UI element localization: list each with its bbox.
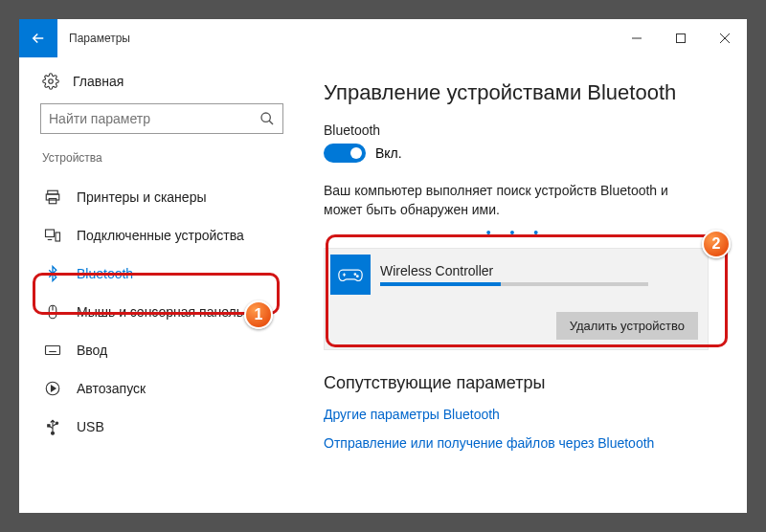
home-label: Главная bbox=[73, 74, 124, 89]
page-title: Управление устройствами Bluetooth bbox=[324, 80, 709, 105]
svg-marker-22 bbox=[52, 386, 56, 391]
pairing-progress bbox=[380, 282, 648, 286]
gamepad-icon bbox=[330, 255, 371, 295]
mouse-icon bbox=[44, 303, 61, 321]
toggle-knob bbox=[350, 147, 362, 159]
svg-rect-9 bbox=[49, 199, 56, 204]
autoplay-icon bbox=[44, 380, 61, 397]
send-receive-files-link[interactable]: Отправление или получение файлов через B… bbox=[324, 435, 709, 451]
svg-point-24 bbox=[52, 432, 55, 434]
sidebar-item-autoplay[interactable]: Автозапуск bbox=[40, 369, 291, 408]
connected-devices-icon bbox=[44, 227, 61, 244]
search-input[interactable] bbox=[49, 111, 259, 126]
sidebar-item-printers[interactable]: Принтеры и сканеры bbox=[40, 178, 291, 216]
sidebar-item-label: USB bbox=[77, 419, 104, 434]
printer-icon bbox=[44, 188, 61, 206]
sidebar-item-label: Принтеры и сканеры bbox=[77, 189, 206, 205]
svg-rect-11 bbox=[56, 233, 60, 241]
search-icon bbox=[259, 111, 275, 126]
section-label: Устройства bbox=[40, 151, 291, 165]
keyboard-icon bbox=[44, 342, 61, 359]
bluetooth-toggle-state: Вкл. bbox=[375, 145, 402, 161]
sidebar-item-bluetooth[interactable]: Bluetooth bbox=[40, 255, 291, 293]
discovery-status-text: Ваш компьютер выполняет поиск устройств … bbox=[324, 182, 709, 219]
app-title: Параметры bbox=[69, 32, 615, 45]
svg-rect-25 bbox=[48, 425, 50, 427]
sidebar-item-label: Автозапуск bbox=[77, 381, 146, 396]
minimize-button[interactable] bbox=[615, 19, 659, 57]
svg-rect-10 bbox=[46, 230, 55, 237]
svg-rect-15 bbox=[46, 346, 60, 355]
gear-icon bbox=[42, 73, 59, 90]
sidebar-item-mouse[interactable]: Мышь и сенсорная панель bbox=[40, 293, 291, 331]
sidebar-item-connected[interactable]: Подключенные устройства bbox=[40, 216, 291, 255]
svg-line-6 bbox=[269, 121, 273, 124]
sidebar-item-usb[interactable]: USB bbox=[40, 408, 291, 446]
device-info: Wireless Controller bbox=[380, 263, 700, 286]
sidebar: Главная Устройства Принтеры и сканеры По… bbox=[19, 57, 297, 513]
bluetooth-toggle-row: Вкл. bbox=[324, 144, 709, 163]
back-button[interactable] bbox=[19, 19, 57, 57]
device-header: Wireless Controller bbox=[325, 249, 708, 299]
content-area: Главная Устройства Принтеры и сканеры По… bbox=[19, 57, 747, 513]
searching-dots: • • • bbox=[324, 225, 709, 240]
svg-rect-8 bbox=[46, 194, 59, 200]
bluetooth-toggle[interactable] bbox=[324, 144, 366, 163]
svg-point-4 bbox=[49, 79, 54, 84]
maximize-button[interactable] bbox=[659, 19, 703, 57]
svg-point-5 bbox=[261, 113, 270, 122]
sidebar-item-input[interactable]: Ввод bbox=[40, 331, 291, 369]
sidebar-item-label: Ввод bbox=[77, 343, 107, 358]
device-actions: Удалить устройство bbox=[325, 299, 708, 349]
main-panel: Управление устройствами Bluetooth Blueto… bbox=[297, 57, 747, 513]
close-button[interactable] bbox=[703, 19, 747, 57]
home-link[interactable]: Главная bbox=[40, 65, 291, 103]
sidebar-item-label: Bluetooth bbox=[77, 266, 133, 281]
sidebar-item-label: Подключенные устройства bbox=[77, 228, 244, 243]
related-settings-heading: Сопутствующие параметры bbox=[324, 373, 709, 393]
progress-fill bbox=[380, 282, 501, 286]
search-box[interactable] bbox=[40, 103, 283, 134]
bluetooth-icon bbox=[44, 265, 61, 282]
settings-window: Параметры Главная Устройства Принтеры и … bbox=[19, 19, 747, 513]
device-card[interactable]: Wireless Controller Удалить устройство bbox=[324, 248, 709, 350]
more-bluetooth-settings-link[interactable]: Другие параметры Bluetooth bbox=[324, 407, 709, 422]
usb-icon bbox=[44, 418, 61, 435]
arrow-left-icon bbox=[30, 30, 47, 47]
svg-point-26 bbox=[56, 422, 57, 424]
titlebar: Параметры bbox=[19, 19, 747, 57]
remove-device-button[interactable]: Удалить устройство bbox=[556, 312, 698, 340]
sidebar-item-label: Мышь и сенсорная панель bbox=[77, 304, 243, 320]
window-controls bbox=[615, 19, 747, 57]
svg-rect-1 bbox=[677, 34, 686, 43]
bluetooth-toggle-label: Bluetooth bbox=[324, 122, 709, 138]
device-name: Wireless Controller bbox=[380, 263, 700, 278]
